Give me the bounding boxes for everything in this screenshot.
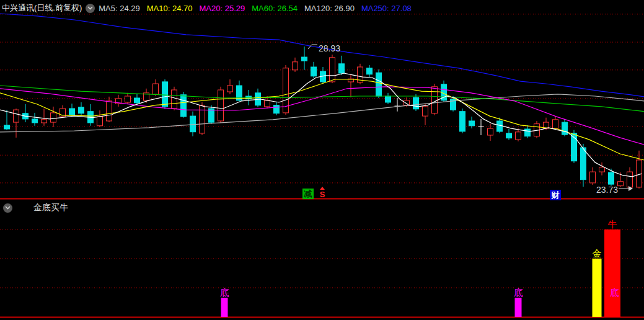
chart-canvas[interactable]: 底底金牛底28.9323.73减S财 [0,0,644,320]
candle-body [200,105,205,133]
candle-body [386,96,391,102]
candle-body [69,109,75,115]
signal-bar-label: 底 [514,287,523,298]
candle-body [42,120,47,123]
main-chart-header: 中兴通讯(日线.前复权) MA5: 24.29 MA10: 24.70 MA20… [2,1,418,15]
candle-body [135,98,140,103]
candle-body [330,58,335,82]
signal-bar [515,298,522,317]
candle-body [516,132,521,140]
ma10-legend: MA10: 24.70 [147,4,193,13]
candle-body [432,87,438,113]
collapse-indicator-panel-button[interactable] [3,203,12,213]
candle-body [562,122,568,135]
candle-body [376,73,382,96]
candle-body [618,182,624,186]
candle-body [190,116,196,132]
ma60-legend: MA60: 26.54 [252,4,298,13]
candle-body [506,133,512,138]
chevron-down-icon [87,6,93,10]
candle-body [553,120,558,128]
candle-body [460,112,465,131]
candle-body [609,172,614,184]
ma10-line [0,79,644,160]
stock-chart-app: 底底金牛底28.9323.73减S财 中兴通讯(日线.前复权) MA5: 24.… [0,0,644,320]
candle-body [172,90,177,109]
candle-body [339,64,345,73]
candle-body [209,109,214,122]
candle-body [162,82,168,107]
candle-body [79,107,84,113]
candle-body [153,84,159,94]
candle-body [51,113,56,122]
candle-body [227,86,233,92]
candle-body [525,129,531,136]
candle-body [265,100,270,107]
signal-bar [604,229,620,317]
candle-body [599,167,605,172]
ma120-legend: MA120: 26.90 [304,4,355,13]
signal-bar-label: 金 [593,248,602,259]
ma250-legend: MA250: 27.08 [361,4,412,13]
candle-body [413,97,419,109]
candle-body [293,62,298,70]
candle-body [367,68,373,74]
signal-bar-label: 底 [220,287,229,298]
candle-body [302,57,307,61]
candle-body [107,101,112,121]
indicator-title: 金底买牛 [33,202,68,213]
candle-body [590,172,596,183]
candle-body [14,110,19,122]
signal-bar [593,259,602,317]
ma250-line [0,14,644,97]
chevron-down-icon [5,206,11,210]
candle-body [488,128,493,135]
price-annotation: 28.93 [319,43,340,53]
candle-body [581,148,586,180]
signal-bar [221,298,228,317]
collapse-main-panel-button[interactable] [86,4,95,13]
candle-body [218,90,224,121]
candle-body [497,121,503,131]
cai-badge-label: 财 [551,190,560,200]
symbol-title: 中兴通讯(日线.前复权) [2,2,82,14]
candle-body [311,67,317,76]
candle-body [274,105,280,113]
candle-body [4,125,10,129]
price-annotation: 23.73 [596,185,618,195]
ma60-line [0,86,644,112]
ma5-legend: MA5: 24.29 [99,4,140,13]
candle-body [97,117,103,126]
indicator-panel-header: 金底买牛 [3,201,68,215]
candle-body [469,121,475,126]
sell-signal-label: S [320,190,325,199]
candle-body [181,95,187,117]
candle-body [627,172,633,187]
signal-bar-label: 底 [610,287,619,298]
signal-bar-label: 牛 [608,219,617,229]
ma20-legend: MA20: 25.29 [200,4,245,13]
candle-body [423,107,428,116]
jian-badge-label: 减 [304,189,312,198]
candle-body [125,96,131,102]
candle-body [32,119,38,123]
